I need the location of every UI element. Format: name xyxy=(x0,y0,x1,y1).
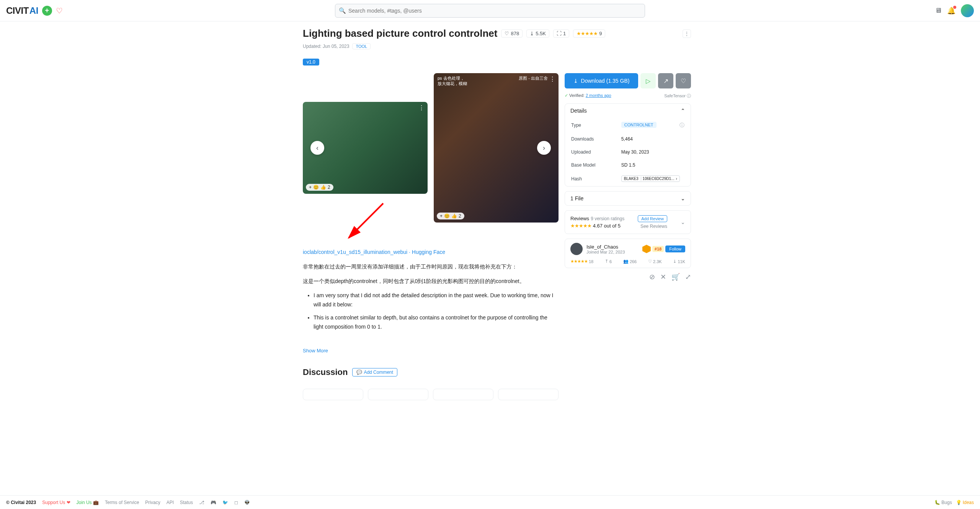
image-menu-icon[interactable]: ⋮ xyxy=(549,75,555,83)
details-uploaded-label: Uploaded xyxy=(566,146,615,158)
discussion-header: Discussion 💬Add Comment xyxy=(303,367,559,377)
reviews-right: Add Review See Reviews xyxy=(638,215,667,229)
show-more-button[interactable]: Show More xyxy=(303,348,559,354)
upload-icon: ⤒ xyxy=(605,259,608,264)
favorite-button[interactable]: ♡ xyxy=(676,73,691,88)
download-icon: ⤓ xyxy=(530,31,534,36)
search-icon: 🔍 xyxy=(339,7,346,14)
updated-date: Updated: Jun 05, 2023 xyxy=(303,44,349,49)
discussion-title: Discussion xyxy=(303,367,348,377)
details-basemodel-value: SD 1.5 xyxy=(616,159,690,171)
thumbs-icon: 👍 xyxy=(320,185,326,190)
version-row: v1.0 xyxy=(303,59,691,65)
details-hash-label: Hash xyxy=(566,172,615,185)
details-header[interactable]: Details ⌃ xyxy=(565,104,691,118)
stars-icon: ★★★★★ xyxy=(570,223,591,229)
gallery-prev-button[interactable]: ‹ xyxy=(310,141,324,155)
controlnet-tag[interactable]: CONTROLNET xyxy=(621,122,657,128)
stat-downloads[interactable]: ⤓5.5K xyxy=(526,29,549,38)
huggingface-link[interactable]: ioclab/control_v1u_sd15_illumination_web… xyxy=(303,249,445,255)
header-right: 🖥 🔔 xyxy=(935,4,974,17)
files-header[interactable]: 1 File ⌄ xyxy=(565,191,691,205)
author-top: Isle_of_Chaos Joined Mar 22, 2023 #18 Fo… xyxy=(570,243,685,255)
users-icon: 👥 xyxy=(623,259,629,264)
reaction-bar-2[interactable]: +😊👍2 xyxy=(437,213,464,219)
emoji-icon: 😊 xyxy=(313,185,319,190)
description: ioclab/control_v1u_sd15_illumination_web… xyxy=(303,248,559,336)
title-row: Lighting based picture control controlne… xyxy=(303,28,691,39)
comment-card[interactable] xyxy=(433,389,493,400)
chevron-right-icon: › xyxy=(676,177,677,181)
logo-ai: AI xyxy=(29,5,38,16)
desc-p2: 这是一个类似depth的controlnet，同时包含了从0到1阶段的光影构图可… xyxy=(303,277,559,286)
emoji-icon: 😊 xyxy=(444,213,450,219)
reaction-bar-1[interactable]: +😊👍2 xyxy=(306,184,333,191)
chat-icon: ⛶ xyxy=(557,31,562,36)
page-title: Lighting based picture control controlne… xyxy=(303,28,497,39)
download-icon: ⤓ xyxy=(573,78,578,84)
gallery-next-button[interactable]: › xyxy=(537,141,551,155)
notifications-icon[interactable]: 🔔 xyxy=(947,7,956,15)
stat-likes[interactable]: ♡878 xyxy=(501,29,523,38)
annotation-arrow xyxy=(341,200,387,245)
reviews-panel: Reviews9 version ratings ★★★★★ 4.67 out … xyxy=(565,210,691,234)
permission-icons: ⊘ ✕ 🛒 ⤢ xyxy=(565,273,691,281)
run-button[interactable]: ▷ xyxy=(640,73,656,88)
rank-badge: #18 Follow xyxy=(642,245,685,253)
follow-button[interactable]: Follow xyxy=(665,245,685,252)
favorites-icon[interactable]: ♡ xyxy=(56,6,63,15)
user-avatar[interactable] xyxy=(961,4,974,17)
author-avatar[interactable] xyxy=(570,243,583,255)
add-review-button[interactable]: Add Review xyxy=(638,215,667,222)
verified-when-link[interactable]: 2 months ago xyxy=(586,93,611,98)
create-button[interactable]: + xyxy=(42,6,52,16)
download-button[interactable]: ⤓Download (1.35 GB) xyxy=(565,73,638,88)
details-panel: Details ⌃ TypeCONTROLNETⓘ Downloads5,464… xyxy=(565,103,691,187)
reviews-sublabel: 9 version ratings xyxy=(591,216,624,221)
chevron-up-icon: ⌃ xyxy=(681,108,685,114)
comment-card[interactable] xyxy=(303,389,363,400)
header: CIVITAI + ♡ 🔍 🖥 🔔 xyxy=(0,0,980,21)
left-column: ‹ ⋮ +😊👍2 ps 去色处理， 放大烟花，模糊 原图 - 出自三舍 ⋮ +😊… xyxy=(303,73,559,400)
verified-label: Verified: xyxy=(569,93,585,98)
main: Lighting based picture control controlne… xyxy=(297,21,683,406)
comment-card[interactable] xyxy=(498,389,559,400)
notification-dot xyxy=(953,6,956,9)
author-name[interactable]: Isle_of_Chaos xyxy=(586,244,625,250)
logo[interactable]: CIVITAI xyxy=(6,5,38,16)
info-icon[interactable]: ⓘ xyxy=(679,122,684,129)
desc-p1: 非常抱歉在过去的一周里没有添加详细描述，由于工作时间原因，现在我将他补充在下方： xyxy=(303,262,559,272)
stat-comments[interactable]: ⛶1 xyxy=(553,29,569,38)
heart-icon: ♡ xyxy=(505,31,509,36)
verify-row: ✓ Verified: 2 months ago SafeTensor ⓘ xyxy=(565,93,691,99)
search-input[interactable] xyxy=(335,4,645,18)
see-reviews-link[interactable]: See Reviews xyxy=(638,224,667,229)
comment-cards xyxy=(303,389,559,400)
stars-icon: ★★★★★ xyxy=(577,31,598,36)
stat-rating[interactable]: ★★★★★9 xyxy=(573,29,605,38)
no-person-icon[interactable]: ⊘ xyxy=(649,273,655,281)
chevron-down-icon[interactable]: ⌄ xyxy=(681,219,685,225)
hash-chip[interactable]: BLAKE3106EC6DC29D1...› xyxy=(621,175,680,182)
comment-card[interactable] xyxy=(368,389,428,400)
tool-badge[interactable]: TOOL xyxy=(352,43,371,49)
image-menu-icon[interactable]: ⋮ xyxy=(418,104,425,111)
version-badge[interactable]: v1.0 xyxy=(303,59,319,65)
author-panel: Isle_of_Chaos Joined Mar 22, 2023 #18 Fo… xyxy=(565,239,691,268)
share-button[interactable]: ↗ xyxy=(658,73,673,88)
author-joined: Joined Mar 22, 2023 xyxy=(586,250,625,254)
no-remix-icon[interactable]: ✕ xyxy=(660,273,666,281)
author-stats: ★★★★★ 18 ⤒6 👥266 ♡2.3K ⤓11K xyxy=(570,259,685,264)
no-commercial-icon[interactable]: 🛒 xyxy=(671,273,680,281)
no-resize-icon[interactable]: ⤢ xyxy=(685,273,691,281)
more-menu-button[interactable]: ⋮ xyxy=(683,29,691,38)
add-comment-button[interactable]: 💬Add Comment xyxy=(352,368,397,376)
details-table: TypeCONTROLNETⓘ Downloads5,464 UploadedM… xyxy=(565,118,691,186)
reviews-score: 4.67 out of 5 xyxy=(593,223,621,229)
reviews-label: Reviews xyxy=(570,216,589,221)
details-downloads-value: 5,464 xyxy=(616,133,690,145)
chat-icon: 💬 xyxy=(356,370,362,375)
plus-icon: + xyxy=(440,213,443,219)
right-column: ⤓Download (1.35 GB) ▷ ↗ ♡ ✓ Verified: 2 … xyxy=(565,73,691,400)
monitor-icon[interactable]: 🖥 xyxy=(935,7,942,15)
